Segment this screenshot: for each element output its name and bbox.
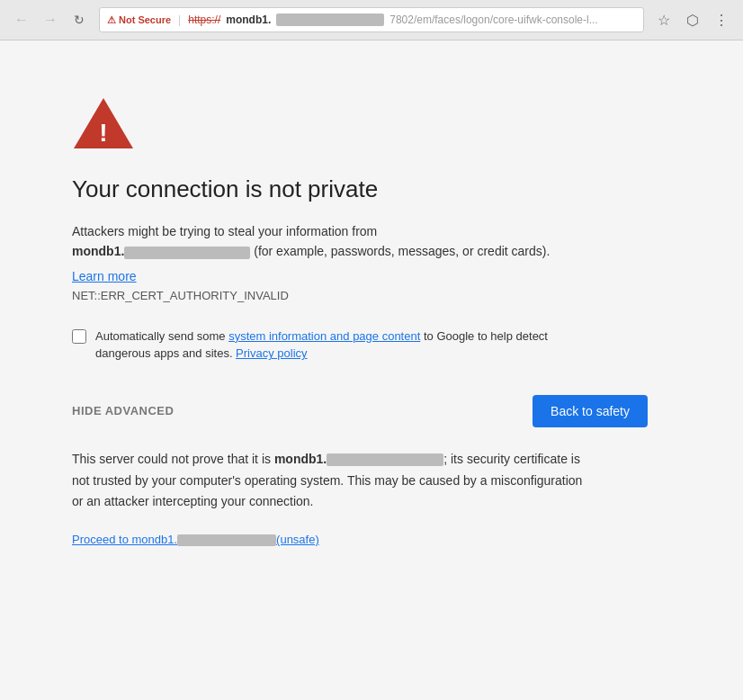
url-separator: | bbox=[178, 13, 181, 26]
privacy-policy-link[interactable]: Privacy policy bbox=[236, 346, 307, 360]
forward-button[interactable]: → bbox=[38, 7, 63, 32]
hide-advanced-button[interactable]: HIDE ADVANCED bbox=[72, 404, 174, 417]
svg-text:!: ! bbox=[99, 119, 107, 147]
url-path: 7802/em/faces/logon/core-uifwk-console-l… bbox=[389, 13, 597, 26]
proceed-suffix: (unsafe) bbox=[276, 533, 319, 546]
extensions-button[interactable]: ⬡ bbox=[680, 7, 705, 32]
system-info-link[interactable]: system information and page content bbox=[228, 329, 420, 343]
advanced-site-name: mondb1. bbox=[274, 452, 327, 466]
back-to-safety-button[interactable]: Back to safety bbox=[533, 395, 648, 427]
site-name: mondb1. bbox=[72, 244, 124, 258]
address-bar[interactable]: ⚠ Not Secure | https://mondb1. 7802/em/f… bbox=[99, 7, 644, 32]
warning-icon: ! bbox=[72, 94, 135, 150]
bookmark-button[interactable]: ☆ bbox=[651, 7, 676, 32]
nav-buttons: ← → ↻ bbox=[9, 7, 92, 32]
error-code: NET::ERR_CERT_AUTHORITY_INVALID bbox=[72, 289, 671, 302]
page-title: Your connection is not private bbox=[72, 175, 671, 203]
refresh-button[interactable]: ↻ bbox=[67, 7, 92, 32]
browser-toolbar: ← → ↻ ⚠ Not Secure | https://mondb1. 780… bbox=[0, 0, 743, 40]
site-name-redacted bbox=[124, 247, 250, 259]
url-https: https:// bbox=[188, 13, 220, 26]
advanced-text1: This server could not prove that it is bbox=[72, 452, 274, 466]
url-host: mondb1. bbox=[226, 13, 271, 26]
url-redacted bbox=[276, 13, 384, 26]
not-secure-label: Not Secure bbox=[119, 14, 171, 25]
description: Attackers might be trying to steal your … bbox=[72, 221, 594, 262]
browser-chrome: ← → ↻ ⚠ Not Secure | https://mondb1. 780… bbox=[0, 0, 743, 40]
learn-more-link[interactable]: Learn more bbox=[72, 269, 671, 283]
proceed-link[interactable]: Proceed to mondb1. (unsafe) bbox=[72, 533, 319, 546]
security-warning: ⚠ Not Secure bbox=[107, 14, 171, 26]
proceed-text: Proceed to mondb1. bbox=[72, 533, 177, 546]
back-button[interactable]: ← bbox=[9, 7, 34, 32]
menu-button[interactable]: ⋮ bbox=[709, 7, 734, 32]
toolbar-actions: ☆ ⬡ ⋮ bbox=[651, 7, 734, 32]
advanced-bar: HIDE ADVANCED Back to safety bbox=[72, 395, 648, 427]
description-line1: Attackers might be trying to steal your … bbox=[72, 224, 377, 238]
page-content: ! Your connection is not private Attacke… bbox=[0, 40, 743, 700]
advanced-description: This server could not prove that it is m… bbox=[72, 449, 594, 513]
advanced-site-redacted bbox=[327, 453, 443, 466]
checkbox-text1: Automatically send some bbox=[95, 329, 228, 343]
description-line2: (for example, passwords, messages, or cr… bbox=[254, 244, 550, 258]
proceed-redacted bbox=[177, 534, 276, 546]
send-info-checkbox[interactable] bbox=[72, 329, 86, 344]
checkbox-label: Automatically send some system informati… bbox=[95, 328, 594, 363]
checkbox-section: Automatically send some system informati… bbox=[72, 328, 594, 363]
warning-triangle-icon: ⚠ bbox=[107, 14, 116, 26]
